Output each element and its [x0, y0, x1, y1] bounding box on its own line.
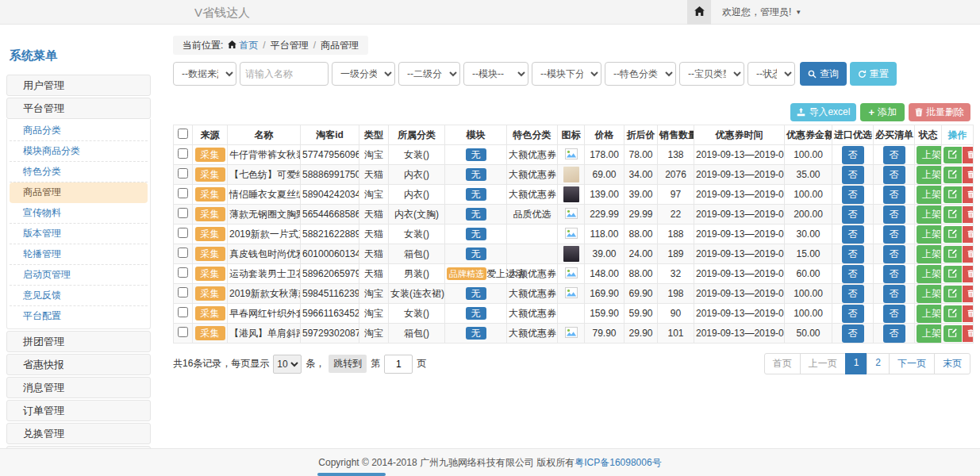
status-button[interactable]: 上架 — [917, 225, 942, 244]
edit-button[interactable] — [943, 246, 962, 263]
pagination-first[interactable]: 首页 — [764, 353, 801, 374]
must-buy-toggle-button[interactable]: 否 — [883, 245, 905, 263]
imported-toggle-button[interactable]: 否 — [842, 186, 864, 204]
icp-link[interactable]: 粤ICP备16098006号 — [575, 457, 661, 468]
edit-button[interactable] — [943, 147, 962, 163]
status-button[interactable]: 上架 — [917, 305, 942, 323]
edit-button[interactable] — [943, 266, 962, 282]
page-number-input[interactable] — [384, 355, 413, 374]
home-button[interactable] — [687, 0, 711, 25]
delete-button[interactable] — [963, 226, 974, 243]
row-checkbox[interactable] — [178, 148, 188, 159]
sidebar-item-7[interactable]: 版本管理 — [10, 224, 148, 244]
module-select[interactable]: --模块-- — [463, 62, 528, 86]
imported-toggle-button[interactable]: 否 — [842, 225, 864, 244]
edit-button[interactable] — [943, 305, 962, 322]
pagination-prev[interactable]: 上一页 — [800, 353, 846, 374]
delete-button[interactable] — [963, 286, 974, 302]
must-buy-toggle-button[interactable]: 否 — [883, 205, 905, 224]
imported-toggle-button[interactable]: 否 — [842, 166, 864, 184]
sidebar-item-9[interactable]: 启动页管理 — [10, 265, 148, 286]
sidebar-item-1[interactable]: 平台管理 — [6, 98, 151, 119]
must-buy-toggle-button[interactable]: 否 — [883, 166, 905, 184]
module-sub-select[interactable]: --模块下分类-- — [532, 62, 601, 86]
row-checkbox[interactable] — [178, 208, 188, 218]
per-page-select[interactable]: 10 — [273, 355, 302, 374]
sidebar-item-8[interactable]: 轮播管理 — [10, 244, 148, 265]
sidebar-item-6[interactable]: 宣传物料 — [10, 203, 148, 224]
must-buy-toggle-button[interactable]: 否 — [883, 186, 905, 204]
must-buy-toggle-button[interactable]: 否 — [883, 285, 905, 303]
row-checkbox[interactable] — [178, 168, 188, 178]
delete-button[interactable] — [963, 246, 974, 263]
delete-button[interactable] — [963, 325, 974, 342]
must-buy-toggle-button[interactable]: 否 — [883, 324, 905, 343]
sidebar-item-12[interactable]: 拼团管理 — [6, 331, 151, 352]
row-checkbox[interactable] — [178, 307, 188, 317]
category-2-select[interactable]: --二级分类-- — [398, 62, 460, 86]
select-all-checkbox[interactable] — [178, 129, 188, 139]
pagination-page-2[interactable]: 2 — [867, 353, 890, 374]
sidebar-item-4[interactable]: 特色分类 — [10, 162, 148, 182]
breadcrumb-home-link[interactable]: 首页 — [228, 39, 258, 52]
category-1-select[interactable]: 一级分类 — [332, 62, 395, 86]
status-button[interactable]: 上架 — [917, 245, 942, 263]
row-checkbox[interactable] — [178, 267, 188, 278]
welcome-menu[interactable]: 欢迎您，管理员! ▼ — [711, 0, 801, 25]
sidebar-item-5[interactable]: 商品管理 — [10, 182, 148, 203]
edit-button[interactable] — [943, 206, 962, 223]
feature-select[interactable]: --特色分类-- — [605, 62, 676, 86]
status-button[interactable]: 上架 — [917, 324, 942, 343]
sidebar-item-13[interactable]: 省惠快报 — [6, 354, 151, 375]
pagination-next[interactable]: 下一页 — [889, 353, 935, 374]
imported-toggle-button[interactable]: 否 — [842, 305, 864, 323]
status-button[interactable]: 上架 — [917, 186, 942, 204]
row-checkbox[interactable] — [178, 188, 188, 198]
edit-button[interactable] — [943, 226, 962, 243]
status-button[interactable]: 上架 — [917, 205, 942, 224]
row-checkbox[interactable] — [178, 327, 188, 337]
item-type-select[interactable]: --宝贝类型-- — [679, 62, 744, 86]
delete-button[interactable] — [963, 186, 974, 203]
edit-button[interactable] — [943, 186, 962, 203]
sidebar-item-0[interactable]: 用户管理 — [6, 75, 151, 96]
status-button[interactable]: 上架 — [917, 146, 942, 164]
delete-button[interactable] — [963, 206, 974, 223]
imported-toggle-button[interactable]: 否 — [842, 285, 864, 303]
imported-toggle-button[interactable]: 否 — [842, 265, 864, 283]
search-button[interactable]: 查询 — [800, 62, 847, 86]
sidebar-item-11[interactable]: 平台配置 — [10, 306, 148, 327]
imported-toggle-button[interactable]: 否 — [842, 146, 864, 164]
jump-button[interactable]: 跳转到 — [329, 355, 367, 373]
delete-button[interactable] — [963, 266, 974, 282]
pagination-last[interactable]: 末页 — [934, 353, 970, 374]
delete-button[interactable] — [963, 167, 974, 183]
must-buy-toggle-button[interactable]: 否 — [883, 265, 905, 283]
batch-delete-button[interactable]: 批量删除 — [909, 103, 970, 121]
imported-toggle-button[interactable]: 否 — [842, 324, 864, 343]
row-checkbox[interactable] — [178, 287, 188, 298]
status-button[interactable]: 上架 — [917, 166, 942, 184]
sidebar-item-10[interactable]: 意见反馈 — [10, 286, 148, 306]
edit-button[interactable] — [943, 325, 962, 342]
delete-button[interactable] — [963, 147, 974, 163]
imported-toggle-button[interactable]: 否 — [842, 245, 864, 263]
horizontal-scrollbar-thumb[interactable] — [317, 473, 386, 476]
must-buy-toggle-button[interactable]: 否 — [883, 225, 905, 244]
status-button[interactable]: 上架 — [917, 265, 942, 283]
name-input[interactable] — [240, 62, 329, 86]
edit-button[interactable] — [943, 167, 962, 183]
import-excel-button[interactable]: 导入excel — [790, 103, 856, 121]
edit-button[interactable] — [943, 286, 962, 302]
delete-button[interactable] — [963, 305, 974, 322]
reset-button[interactable]: 重置 — [850, 62, 897, 86]
status-select[interactable]: --状态-- — [747, 62, 795, 86]
sidebar-item-16[interactable]: 兑换管理 — [6, 423, 151, 444]
sidebar-item-15[interactable]: 订单管理 — [6, 400, 151, 421]
sidebar-item-3[interactable]: 模块商品分类 — [10, 141, 148, 162]
must-buy-toggle-button[interactable]: 否 — [883, 305, 905, 323]
sidebar-item-2[interactable]: 商品分类 — [10, 121, 148, 141]
add-button[interactable]: + 添加 — [860, 103, 905, 121]
data-source-select[interactable]: --数据来源-- — [173, 62, 236, 86]
row-checkbox[interactable] — [178, 248, 188, 258]
